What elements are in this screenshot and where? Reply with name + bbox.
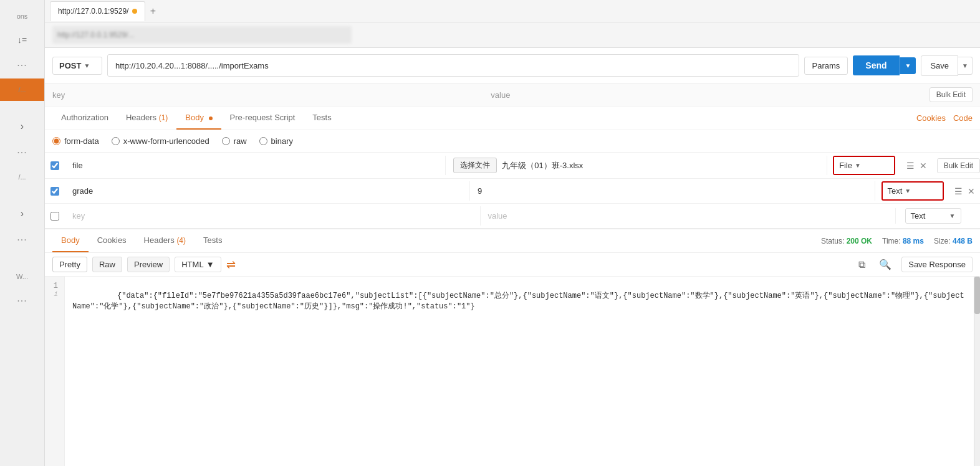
bulk-edit-button[interactable]: Bulk Edit bbox=[930, 87, 973, 102]
empty-key-cell: key bbox=[65, 206, 481, 226]
code-area: 1 i {"data":{"fileId":"5e7fbe97621a4355a… bbox=[45, 277, 980, 466]
grade-row-menu-icon[interactable]: ☰ bbox=[954, 186, 963, 196]
copy-icon[interactable]: ⧉ bbox=[855, 258, 869, 272]
response-tab-headers[interactable]: Headers (4) bbox=[135, 229, 195, 252]
pretty-button[interactable]: Pretty bbox=[52, 257, 87, 272]
file-row-checkbox[interactable] bbox=[50, 161, 59, 170]
grade-key-cell: grade bbox=[65, 181, 470, 201]
request-bar: POST ▼ Params Send ▼ Save ▼ bbox=[45, 48, 980, 83]
empty-row-checkbox[interactable] bbox=[50, 212, 59, 221]
tab-modified-dot bbox=[132, 9, 137, 14]
send-dropdown-button[interactable]: ▼ bbox=[900, 57, 916, 74]
url-input[interactable] bbox=[107, 54, 799, 77]
format-selector[interactable]: HTML ▼ bbox=[175, 257, 221, 272]
key-header-label: key bbox=[52, 90, 491, 100]
scrollbar-thumb[interactable] bbox=[974, 277, 980, 314]
format-chevron-icon: ▼ bbox=[206, 260, 214, 269]
tab-authorization[interactable]: Authorization bbox=[52, 107, 117, 130]
main-content: http://127.0.0.1:9529/ + http://127.0.0.… bbox=[45, 0, 980, 466]
save-response-button[interactable]: Save Response bbox=[901, 257, 973, 272]
search-icon[interactable]: 🔍 bbox=[875, 257, 895, 272]
send-button[interactable]: Send bbox=[853, 55, 899, 75]
file-name-display: 九年级（01）班-3.xlsx bbox=[502, 160, 583, 171]
sidebar-item-ons[interactable]: ons bbox=[0, 5, 44, 27]
grade-row-actions: ☰ ✕ bbox=[949, 186, 980, 196]
view-toolbar: Pretty Raw Preview HTML ▼ ⇌ ⧉ 🔍 Save bbox=[45, 253, 980, 277]
form-data-radio[interactable] bbox=[52, 137, 60, 145]
file-row-menu-icon[interactable]: ☰ bbox=[906, 161, 915, 171]
grade-type-dropdown[interactable]: Text ▼ bbox=[883, 183, 943, 199]
file-row-delete-icon[interactable]: ✕ bbox=[920, 161, 927, 171]
code-link[interactable]: Code bbox=[953, 113, 973, 123]
empty-key-label: key bbox=[72, 211, 85, 221]
raw-radio[interactable] bbox=[222, 137, 230, 145]
tab-headers[interactable]: Headers (1) bbox=[117, 107, 176, 130]
wrap-icon[interactable]: ⇌ bbox=[226, 258, 236, 272]
empty-row-checkbox-cell bbox=[45, 212, 65, 221]
sidebar-item-dots1[interactable]: ··· bbox=[0, 52, 44, 78]
save-button[interactable]: Save bbox=[921, 55, 958, 76]
empty-value-label: value bbox=[488, 211, 507, 221]
tab-bar: http://127.0.0.1:9529/ + bbox=[45, 0, 980, 22]
sidebar-item-chevron2[interactable]: › bbox=[0, 201, 44, 227]
sidebar-item-sort[interactable]: ↓= bbox=[0, 27, 44, 52]
form-data-radio-label[interactable]: form-data bbox=[52, 136, 99, 146]
sidebar-item-slash2[interactable]: /... bbox=[0, 166, 44, 188]
sidebar: ons ↓= ··· /... › ··· /... › ··· W... ·· bbox=[0, 0, 45, 466]
sidebar-item-dots3[interactable]: ··· bbox=[0, 227, 44, 253]
response-tab-body[interactable]: Body bbox=[52, 229, 89, 252]
grade-key-label: grade bbox=[72, 186, 93, 196]
sidebar-label-ons: ons bbox=[17, 12, 28, 20]
sidebar-item-chevron1[interactable]: › bbox=[0, 113, 44, 140]
sidebar-item-w[interactable]: W... bbox=[0, 265, 44, 288]
file-type-dropdown[interactable]: File ▼ bbox=[834, 157, 894, 174]
line-numbers: 1 i bbox=[45, 277, 65, 466]
url-encoded-radio[interactable] bbox=[112, 137, 120, 145]
url-bar-area: http://127.0.0.1:9529/... bbox=[45, 22, 980, 48]
response-tab-tests[interactable]: Tests bbox=[195, 229, 231, 252]
response-tab-cookies[interactable]: Cookies bbox=[89, 229, 135, 252]
request-tab-1[interactable]: http://127.0.0.1:9529/ bbox=[50, 1, 145, 21]
status-info-bar: Status: 200 OK Time: 88 ms Size: 448 B bbox=[821, 237, 973, 245]
params-button[interactable]: Params bbox=[804, 57, 848, 75]
preview-button[interactable]: Preview bbox=[127, 257, 170, 272]
code-content: {"data":{"fileId":"5e7fbe97621a4355a5d39… bbox=[65, 277, 974, 466]
tab-body[interactable]: Body bbox=[176, 107, 221, 130]
bulk-edit-right: Bulk Edit bbox=[930, 87, 973, 102]
tab-tests[interactable]: Tests bbox=[304, 107, 340, 130]
sidebar-label-slash2: /... bbox=[18, 173, 26, 181]
form-bulk-edit-button[interactable]: Bulk Edit bbox=[937, 158, 980, 173]
file-row-checkbox-cell bbox=[45, 161, 65, 170]
binary-radio[interactable] bbox=[259, 137, 267, 145]
grade-row-delete-icon[interactable]: ✕ bbox=[968, 186, 975, 196]
grade-row-checkbox[interactable] bbox=[50, 187, 59, 196]
raw-radio-label[interactable]: raw bbox=[222, 136, 247, 146]
form-type-row: form-data x-www-form-urlencoded raw bina… bbox=[45, 130, 980, 153]
raw-button[interactable]: Raw bbox=[92, 257, 122, 272]
tab-url-label: http://127.0.0.1:9529/ bbox=[58, 7, 128, 16]
dots-icon-4: ··· bbox=[17, 295, 27, 307]
file-value-cell: 选择文件 九年级（01）班-3.xlsx bbox=[446, 153, 826, 178]
sidebar-item-slash1[interactable]: /... bbox=[0, 78, 44, 101]
choose-file-button[interactable]: 选择文件 bbox=[453, 158, 497, 173]
sidebar-item-dots4[interactable]: ··· bbox=[0, 288, 44, 314]
tab-pre-request[interactable]: Pre-request Script bbox=[221, 107, 304, 130]
add-tab-button[interactable]: + bbox=[145, 4, 160, 19]
save-dropdown-button[interactable]: ▼ bbox=[958, 57, 973, 75]
sidebar-item-dots2[interactable]: ··· bbox=[0, 140, 44, 166]
file-type-label: File bbox=[839, 161, 852, 170]
time-value: 88 ms bbox=[903, 237, 924, 245]
url-encoded-radio-label[interactable]: x-www-form-urlencoded bbox=[112, 136, 209, 146]
sidebar-label-w: W... bbox=[16, 273, 28, 280]
method-selector[interactable]: POST ▼ bbox=[52, 57, 102, 75]
cookies-link[interactable]: Cookies bbox=[916, 113, 946, 123]
response-tabs: Body Cookies Headers (4) Tests Status: 2… bbox=[45, 229, 980, 253]
response-headers-count: (4) bbox=[176, 236, 186, 245]
plus-icon: + bbox=[150, 6, 156, 17]
file-key-label: file bbox=[72, 161, 83, 170]
grade-value-label: 9 bbox=[478, 186, 482, 196]
empty-type-dropdown[interactable]: Text ▼ bbox=[905, 208, 961, 224]
binary-radio-label[interactable]: binary bbox=[259, 136, 293, 146]
scrollbar[interactable] bbox=[974, 277, 980, 466]
chevron-right-icon-1: › bbox=[21, 121, 24, 132]
